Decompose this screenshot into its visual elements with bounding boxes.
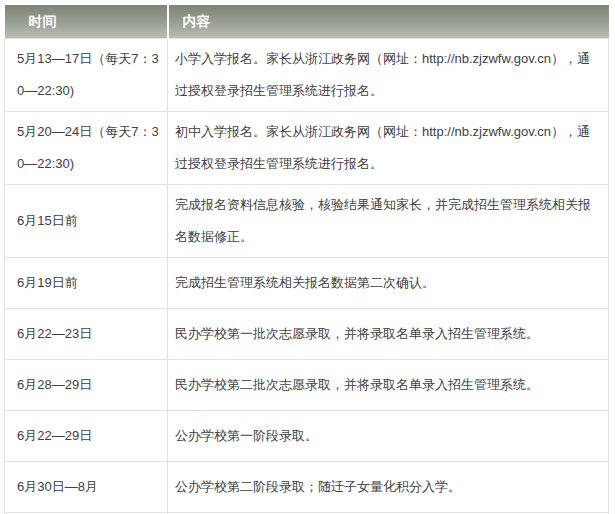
table-row: 5月20—24日（每天7：30—22:30) 初中入学报名。家长从浙江政务网（网… [5, 112, 609, 185]
table-row: 6月15日前 完成报名资料信息核验，核验结果通知家长，并完成招生管理系统相关报名… [5, 185, 609, 258]
content-cell: 公办学校第二阶段录取；随迁子女量化积分入学。 [168, 462, 609, 513]
enrollment-schedule-table: 时间 内容 5月13—17日（每天7：30—22:30) 小学入学报名。家长从浙… [4, 5, 609, 514]
column-header-content: 内容 [168, 5, 609, 39]
time-cell: 6月19日前 [5, 258, 168, 309]
content-cell: 完成招生管理系统相关报名数据第二次确认。 [168, 258, 609, 309]
table-row: 5月13—17日（每天7：30—22:30) 小学入学报名。家长从浙江政务网（网… [5, 39, 609, 112]
time-cell: 6月30日—8月 [5, 462, 168, 513]
table-row: 6月30日—8月 公办学校第二阶段录取；随迁子女量化积分入学。 [5, 462, 609, 513]
content-cell: 小学入学报名。家长从浙江政务网（网址：http://nb.zjzwfw.gov.… [168, 39, 609, 112]
time-cell: 6月22—23日 [5, 309, 168, 360]
table-row: 6月28—29日 民办学校第二批次志愿录取，并将录取名单录入招生管理系统。 [5, 360, 609, 411]
content-cell: 公办学校第一阶段录取。 [168, 411, 609, 462]
column-header-time: 时间 [5, 5, 168, 39]
content-cell: 民办学校第二批次志愿录取，并将录取名单录入招生管理系统。 [168, 360, 609, 411]
schedule-page: 时间 内容 5月13—17日（每天7：30—22:30) 小学入学报名。家长从浙… [0, 0, 615, 514]
time-cell: 6月15日前 [5, 185, 168, 258]
time-cell: 5月20—24日（每天7：30—22:30) [5, 112, 168, 185]
time-cell: 6月22—29日 [5, 411, 168, 462]
content-cell: 完成报名资料信息核验，核验结果通知家长，并完成招生管理系统相关报名数据修正。 [168, 185, 609, 258]
table-row: 6月22—29日 公办学校第一阶段录取。 [5, 411, 609, 462]
header-row: 时间 内容 [5, 5, 609, 39]
time-cell: 6月28—29日 [5, 360, 168, 411]
time-cell: 5月13—17日（每天7：30—22:30) [5, 39, 168, 112]
content-cell: 民办学校第一批次志愿录取，并将录取名单录入招生管理系统。 [168, 309, 609, 360]
table-row: 6月19日前 完成招生管理系统相关报名数据第二次确认。 [5, 258, 609, 309]
content-cell: 初中入学报名。家长从浙江政务网（网址：http://nb.zjzwfw.gov.… [168, 112, 609, 185]
table-row: 6月22—23日 民办学校第一批次志愿录取，并将录取名单录入招生管理系统。 [5, 309, 609, 360]
